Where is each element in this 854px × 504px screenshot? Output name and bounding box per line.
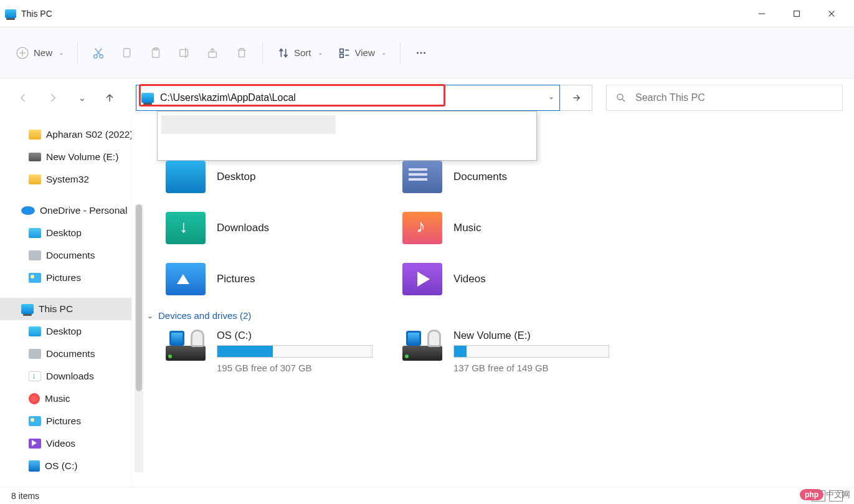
sidebar-item[interactable]: Pictures (0, 267, 131, 289)
sidebar-item[interactable]: New Volume (E:) (0, 146, 131, 168)
go-button[interactable] (560, 85, 592, 111)
sidebar-item-label: Videos (46, 438, 75, 449)
sidebar-item[interactable]: Pictures (0, 410, 131, 432)
sidebar-item-label: OneDrive - Personal (40, 205, 127, 216)
window-title: This PC (21, 9, 52, 19)
more-button[interactable] (407, 41, 435, 65)
sidebar-item[interactable]: OneDrive - Personal (0, 199, 131, 222)
up-button[interactable] (97, 85, 122, 110)
back-button[interactable] (11, 85, 36, 110)
address-input[interactable] (160, 92, 554, 103)
chevron-down-icon: ⌄ (381, 49, 386, 56)
folder-label: Pictures (217, 273, 255, 285)
folder-y-icon (29, 174, 41, 184)
folder-item[interactable]: Desktop (166, 161, 402, 193)
dl-icon (29, 371, 41, 381)
window-controls (744, 0, 849, 27)
delete-button[interactable] (227, 41, 256, 65)
sidebar-item[interactable]: Apharan S02 (2022) (0, 123, 131, 146)
folder-item[interactable]: Documents (402, 161, 639, 193)
share-button[interactable] (199, 41, 227, 65)
search-box[interactable] (606, 85, 843, 111)
folder-item[interactable]: Downloads (166, 212, 402, 244)
chevron-down-icon: ⌄ (318, 49, 323, 56)
watermark-badge: php (800, 489, 823, 500)
svg-rect-17 (339, 49, 343, 52)
drive-info: OS (C:) 195 GB free of 307 GB (217, 330, 402, 373)
section-devices-header[interactable]: ⌄ Devices and drives (2) (147, 310, 839, 321)
watermark: php 中文网 (800, 489, 850, 500)
minimize-button[interactable] (744, 0, 779, 27)
sidebar-item[interactable]: OS (C:) (0, 455, 131, 477)
content-pane: DesktopDocumentsDownloadsMusicPicturesVi… (132, 117, 854, 487)
drives-grid: OS (C:) 195 GB free of 307 GB New Volume… (166, 330, 839, 373)
search-input[interactable] (635, 92, 833, 103)
view-button[interactable]: View ⌄ (330, 41, 394, 65)
sidebar-item-label: Desktop (46, 326, 82, 337)
drive-item[interactable]: New Volume (E:) 137 GB free of 149 GB (402, 330, 639, 373)
copy-button[interactable] (113, 41, 141, 65)
chevron-down-icon[interactable]: ⌄ (548, 92, 554, 101)
pic-icon (29, 273, 41, 283)
desktop-icon (29, 326, 41, 336)
sort-label: Sort (294, 47, 311, 58)
sidebar-item[interactable]: Videos (0, 432, 131, 455)
drive-item[interactable]: OS (C:) 195 GB free of 307 GB (166, 330, 402, 373)
sidebar-item[interactable]: Music (0, 388, 131, 410)
recent-button[interactable]: ⌄ (69, 85, 93, 110)
sidebar-item-label: Downloads (46, 371, 94, 382)
pc-icon (141, 93, 154, 103)
pictures-folder-icon (166, 263, 206, 295)
sidebar-item[interactable]: Desktop (0, 222, 131, 244)
sidebar-item-label: Music (45, 393, 70, 404)
drive-name: New Volume (E:) (453, 330, 639, 341)
toolbar: New ⌄ Sort ⌄ View ⌄ (0, 27, 854, 78)
new-button[interactable]: New ⌄ (7, 40, 71, 65)
svg-point-8 (100, 54, 103, 58)
sort-button[interactable]: Sort ⌄ (269, 41, 330, 65)
drive-icon (402, 330, 442, 361)
svg-point-7 (94, 54, 98, 58)
separator (262, 41, 263, 65)
sidebar-item-label: Apharan S02 (2022) (46, 129, 131, 140)
sidebar-item[interactable]: Documents (0, 244, 131, 267)
sidebar-item[interactable]: System32 (0, 168, 131, 191)
pc-icon (21, 304, 34, 314)
svg-point-22 (420, 52, 422, 54)
onedrive-icon (21, 206, 35, 215)
folder-item[interactable]: Pictures (166, 263, 402, 295)
address-bar[interactable]: ⌄ (136, 85, 560, 111)
forward-button[interactable] (40, 85, 65, 110)
maximize-button[interactable] (779, 0, 814, 27)
cut-button[interactable] (84, 41, 113, 65)
drive-info: New Volume (E:) 137 GB free of 149 GB (453, 330, 639, 373)
disk-icon (29, 153, 41, 161)
folder-item[interactable]: Music (402, 212, 639, 244)
sidebar-item[interactable]: Documents (0, 343, 131, 365)
drive-usage-bar (217, 345, 372, 358)
sidebar-item-label: Desktop (46, 227, 82, 239)
sidebar-item-label: Pictures (46, 272, 81, 283)
svg-point-23 (424, 52, 425, 54)
section-devices-label: Devices and drives (2) (158, 310, 251, 321)
desktop-icon (29, 228, 41, 238)
folder-label: Videos (453, 273, 486, 285)
svg-point-24 (617, 94, 623, 100)
paste-button[interactable] (141, 41, 170, 65)
music-folder-icon (402, 212, 442, 244)
new-label: New (34, 47, 52, 58)
svg-rect-18 (339, 54, 343, 57)
sidebar-item[interactable]: Desktop (0, 320, 131, 343)
svg-point-21 (417, 52, 419, 54)
close-button[interactable] (814, 0, 849, 27)
os-icon (29, 460, 40, 472)
sidebar-item[interactable]: This PC (0, 298, 131, 320)
rename-button[interactable] (170, 41, 199, 65)
search-icon (615, 92, 627, 103)
folder-item[interactable]: Videos (402, 263, 639, 295)
drive-usage-bar (453, 345, 609, 358)
sidebar-item[interactable]: Downloads (0, 365, 131, 388)
folder-label: Documents (453, 171, 507, 183)
sidebar-item-label: System32 (46, 174, 89, 185)
address-wrap: ⌄ (136, 85, 592, 111)
